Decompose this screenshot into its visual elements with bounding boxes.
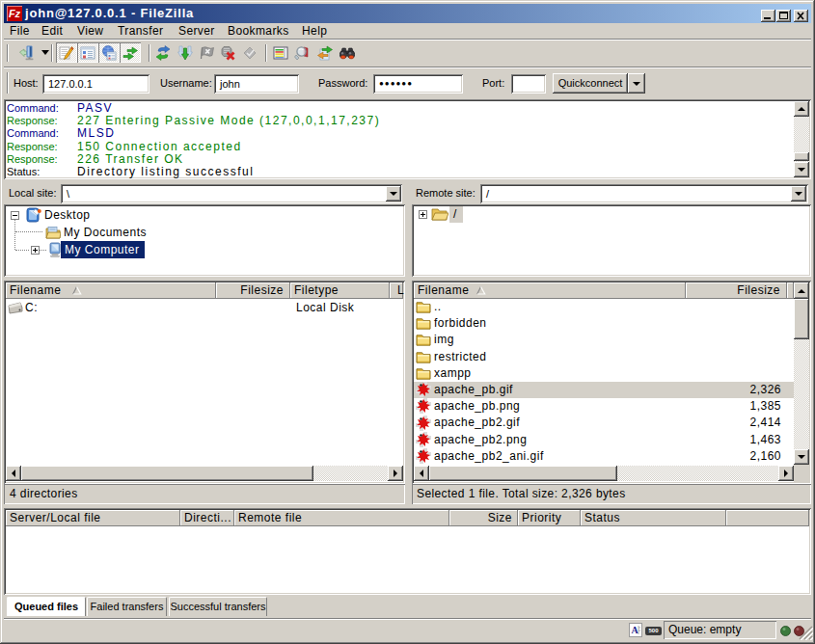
svg-text:Fz: Fz bbox=[9, 8, 21, 19]
svg-text:A: A bbox=[631, 625, 638, 635]
